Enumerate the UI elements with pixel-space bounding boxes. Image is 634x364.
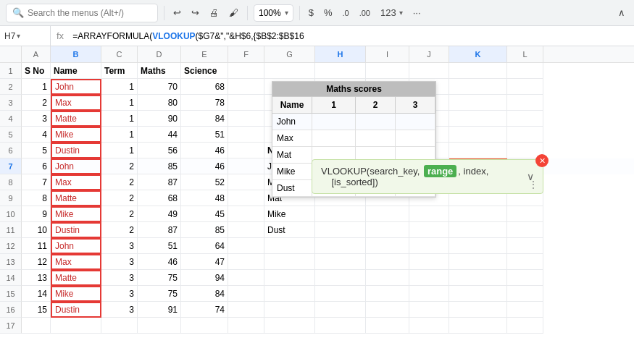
cell-E5[interactable]: 51: [181, 127, 228, 143]
cell-L16[interactable]: [507, 302, 543, 318]
cell-D5[interactable]: 44: [138, 127, 181, 143]
cell-A3[interactable]: 2: [22, 95, 51, 111]
decimal1-button[interactable]: .0: [340, 7, 352, 19]
cell-E13[interactable]: 47: [181, 254, 228, 270]
cell-J1[interactable]: [409, 63, 449, 79]
cell-F6[interactable]: [228, 143, 264, 158]
cell-A11[interactable]: 10: [22, 222, 51, 238]
cell-A9[interactable]: 8: [22, 190, 51, 206]
cell-H10[interactable]: [315, 206, 366, 222]
search-input[interactable]: [28, 8, 151, 18]
cell-B9[interactable]: Matte: [51, 190, 101, 206]
col-header-F[interactable]: F: [228, 46, 264, 62]
cell-L14[interactable]: [507, 270, 543, 286]
cell-K16[interactable]: [449, 302, 507, 318]
cell-C12[interactable]: 3: [101, 238, 138, 254]
cell-F7[interactable]: [228, 158, 264, 174]
cell-K4[interactable]: [449, 111, 507, 127]
cell-A5[interactable]: 4: [22, 127, 51, 143]
cell-F5[interactable]: [228, 127, 264, 143]
cell-A16[interactable]: 15: [22, 302, 51, 318]
cell-F16[interactable]: [228, 302, 264, 318]
cell-L4[interactable]: [507, 111, 543, 127]
collapse-button[interactable]: ∧: [615, 6, 628, 20]
cell-A8[interactable]: 7: [22, 174, 51, 190]
cell-D7[interactable]: 85: [138, 158, 181, 174]
cell-C10[interactable]: 2: [101, 206, 138, 222]
cell-H15[interactable]: [315, 286, 366, 302]
cell-B3[interactable]: Max: [51, 95, 101, 111]
cell-L13[interactable]: [507, 254, 543, 270]
cell-A7[interactable]: 6: [22, 158, 51, 174]
cell-J17[interactable]: [409, 318, 449, 334]
col-header-J[interactable]: J: [409, 46, 449, 62]
cell-E12[interactable]: 64: [181, 238, 228, 254]
maths-row-john[interactable]: John: [272, 114, 435, 130]
cell-H14[interactable]: [315, 270, 366, 286]
cell-D17[interactable]: [138, 318, 181, 334]
cell-D8[interactable]: 87: [138, 174, 181, 190]
cell-B11[interactable]: Dustin: [51, 222, 101, 238]
cell-E15[interactable]: 84: [181, 286, 228, 302]
paint-format-button[interactable]: 🖌: [226, 6, 241, 20]
cell-B5[interactable]: Mike: [51, 127, 101, 143]
cell-H12[interactable]: [315, 238, 366, 254]
cell-E10[interactable]: 45: [181, 206, 228, 222]
cell-G17[interactable]: [264, 318, 315, 334]
cell-D1[interactable]: Maths: [138, 63, 181, 79]
cell-D15[interactable]: 75: [138, 286, 181, 302]
cell-I17[interactable]: [366, 318, 409, 334]
cell-I10[interactable]: [366, 206, 409, 222]
cell-E11[interactable]: 85: [181, 222, 228, 238]
cell-A6[interactable]: 5: [22, 143, 51, 158]
cell-E7[interactable]: 46: [181, 158, 228, 174]
col-header-H[interactable]: H: [315, 46, 366, 62]
cell-D12[interactable]: 51: [138, 238, 181, 254]
cell-K2[interactable]: [449, 79, 507, 95]
cell-C13[interactable]: 3: [101, 254, 138, 270]
col-header-I[interactable]: I: [366, 46, 409, 62]
cell-K12[interactable]: [449, 238, 507, 254]
cell-B2[interactable]: John: [51, 79, 101, 95]
cell-K5[interactable]: [449, 127, 507, 143]
format-button[interactable]: 123 ▾: [378, 6, 406, 20]
cell-C1[interactable]: Term: [101, 63, 138, 79]
cell-K11[interactable]: [449, 222, 507, 238]
cell-F15[interactable]: [228, 286, 264, 302]
cell-K6[interactable]: [449, 143, 507, 158]
cell-E2[interactable]: 68: [181, 79, 228, 95]
undo-button[interactable]: ↩: [170, 6, 184, 20]
cell-K1[interactable]: [449, 63, 507, 79]
cell-D3[interactable]: 80: [138, 95, 181, 111]
col-header-C[interactable]: C: [101, 46, 138, 62]
cell-E6[interactable]: 46: [181, 143, 228, 158]
more-button[interactable]: ···: [410, 6, 424, 20]
formula-input[interactable]: =ARRAYFORMULA(VLOOKUP($G7&","&H$6,{$B$2:…: [70, 26, 634, 46]
cell-E14[interactable]: 94: [181, 270, 228, 286]
cell-F13[interactable]: [228, 254, 264, 270]
cell-K10[interactable]: [449, 206, 507, 222]
cell-L11[interactable]: [507, 222, 543, 238]
cell-E16[interactable]: 74: [181, 302, 228, 318]
cell-A2[interactable]: 1: [22, 79, 51, 95]
cell-L5[interactable]: [507, 127, 543, 143]
cell-J12[interactable]: [409, 238, 449, 254]
cell-J13[interactable]: [409, 254, 449, 270]
cell-B15[interactable]: Mike: [51, 286, 101, 302]
cell-K15[interactable]: [449, 286, 507, 302]
cell-D4[interactable]: 90: [138, 111, 181, 127]
cell-D9[interactable]: 68: [138, 190, 181, 206]
cell-C17[interactable]: [101, 318, 138, 334]
zoom-control[interactable]: 100% ▾: [254, 4, 293, 22]
cell-I1[interactable]: [366, 63, 409, 79]
cell-C16[interactable]: 3: [101, 302, 138, 318]
cell-E1[interactable]: Science: [181, 63, 228, 79]
currency-button[interactable]: $: [306, 6, 317, 20]
cell-F2[interactable]: [228, 79, 264, 95]
cell-A14[interactable]: 13: [22, 270, 51, 286]
cell-B12[interactable]: John: [51, 238, 101, 254]
cell-J15[interactable]: [409, 286, 449, 302]
cell-E8[interactable]: 52: [181, 174, 228, 190]
cell-C7[interactable]: 2: [101, 158, 138, 174]
redo-button[interactable]: ↪: [188, 6, 202, 20]
